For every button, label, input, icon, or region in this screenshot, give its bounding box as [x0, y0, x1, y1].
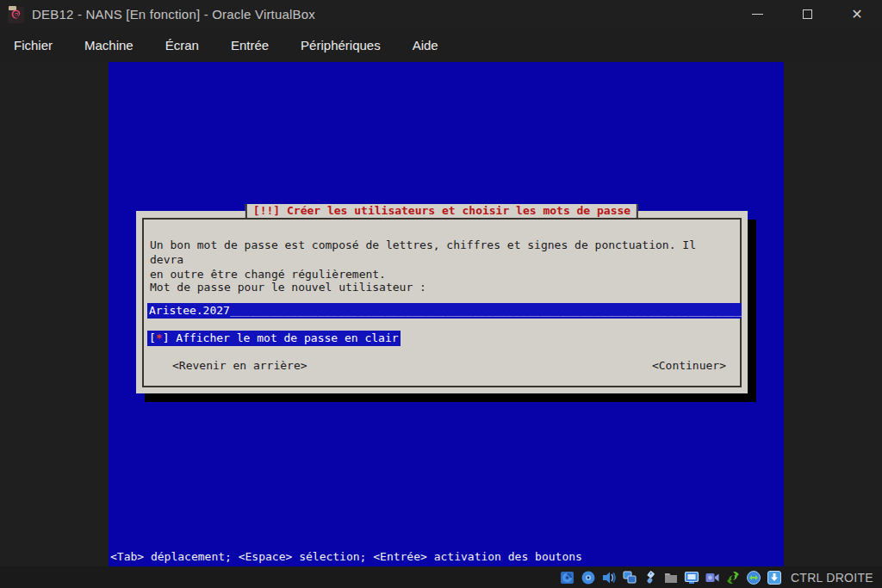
optical-disc-icon[interactable]	[581, 570, 596, 585]
menubar: Fichier Machine Écran Entrée Périphériqu…	[0, 28, 882, 62]
video-capture-icon[interactable]	[705, 570, 720, 585]
maximize-button[interactable]	[782, 0, 832, 28]
hard-disk-icon[interactable]	[560, 570, 575, 585]
window-title: DEB12 - NANS [En fonction] - Oracle Virt…	[32, 7, 315, 22]
installer-dialog: [!!] Créer les utilisateurs et choisir l…	[136, 211, 748, 393]
dialog-title: [!!] Créer les utilisateurs et choisir l…	[245, 204, 638, 218]
checkbox-checked-icon: *	[156, 331, 163, 344]
checkbox-bracket-close: ]	[163, 331, 177, 344]
password-field-label: Mot de passe pour le nouvel utilisateur …	[150, 280, 426, 294]
host-key-label: CTRL DROITE	[791, 571, 873, 585]
shared-folder-icon[interactable]	[663, 570, 679, 585]
virtualbox-debian-icon	[8, 6, 25, 23]
password-input[interactable]: Aristee.2027____________________________…	[147, 303, 742, 319]
menu-peripheriques[interactable]: Périphériques	[301, 38, 381, 53]
continue-button[interactable]: <Continuer>	[652, 358, 726, 374]
installer-help-line: <Tab> déplacement; <Espace> sélection; <…	[110, 549, 582, 564]
maximize-icon	[803, 9, 812, 19]
minimize-button[interactable]	[732, 0, 782, 28]
menu-machine[interactable]: Machine	[84, 38, 134, 53]
features-icon[interactable]	[725, 570, 741, 585]
checkbox-bracket-open: [	[149, 331, 156, 344]
menu-fichier[interactable]: Fichier	[14, 38, 53, 53]
network-icon[interactable]	[622, 570, 637, 585]
minimize-icon	[752, 14, 763, 15]
close-button[interactable]: ✕	[832, 0, 882, 28]
dialog-button-row: <Revenir en arrière> <Continuer>	[136, 358, 748, 374]
menu-aide[interactable]: Aide	[413, 38, 438, 53]
go-back-button[interactable]: <Revenir en arrière>	[172, 358, 307, 374]
close-icon: ✕	[851, 6, 862, 22]
password-fill: ________________________________________…	[230, 304, 742, 317]
display-icon[interactable]	[684, 570, 699, 585]
statusbar: CTRL DROITE	[0, 566, 882, 588]
host-key-icon[interactable]	[767, 570, 782, 585]
vm-screen[interactable]: [!!] Créer les utilisateurs et choisir l…	[109, 62, 784, 566]
menu-ecran[interactable]: Écran	[165, 38, 199, 53]
password-value: Aristee.2027	[149, 304, 230, 317]
menu-entree[interactable]: Entrée	[231, 38, 269, 53]
titlebar: DEB12 - NANS [En fonction] - Oracle Virt…	[0, 0, 882, 28]
mouse-integration-icon[interactable]	[746, 570, 761, 585]
usb-icon[interactable]	[643, 570, 658, 585]
audio-icon[interactable]	[601, 570, 617, 585]
show-password-checkbox[interactable]: [*] Afficher le mot de passe en clair	[147, 331, 401, 346]
checkbox-label: Afficher le mot de passe en clair	[176, 331, 398, 344]
password-advice-text: Un bon mot de passe est composé de lettr…	[150, 238, 736, 282]
